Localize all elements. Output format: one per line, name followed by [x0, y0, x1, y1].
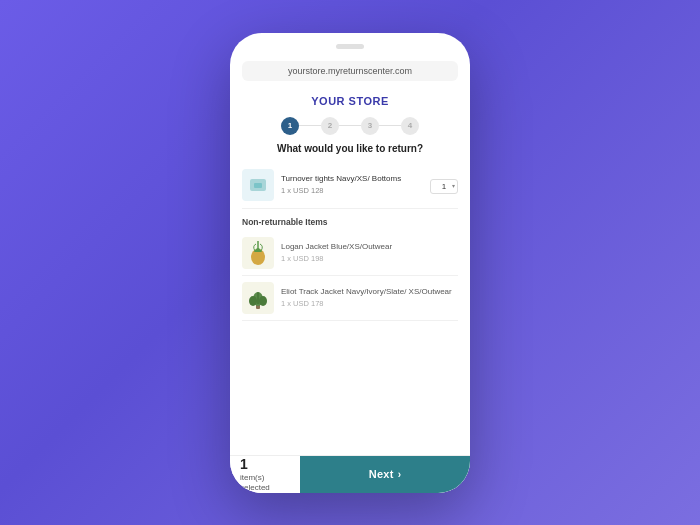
- progress-steps: 1 2 3 4: [230, 113, 470, 143]
- product-price-0: 1 x USD 128: [281, 186, 423, 195]
- step-2: 2: [321, 117, 339, 135]
- step-4: 4: [401, 117, 419, 135]
- step-3: 3: [361, 117, 379, 135]
- address-bar[interactable]: yourstore.myreturnscenter.com: [242, 61, 458, 81]
- nr-product-info-1: Eliot Track Jacket Navy/Ivory/Slate/ XS/…: [281, 287, 458, 307]
- step-4-label: 4: [408, 121, 412, 130]
- quantity-wrapper-0[interactable]: 1 2 3 ▾: [430, 175, 458, 194]
- items-content: Turnover tights Navy/XS/ Bottoms 1 x USD…: [230, 162, 470, 455]
- question-text: What would you like to return?: [277, 143, 423, 154]
- step-1-label: 1: [288, 121, 292, 130]
- phone-shell: yourstore.myreturnscenter.com YOUR STORE…: [230, 33, 470, 493]
- product-image-0: [242, 169, 274, 201]
- svg-point-5: [249, 296, 257, 306]
- nr-product-name-1: Eliot Track Jacket Navy/Ivory/Slate/ XS/…: [281, 287, 458, 297]
- svg-point-6: [259, 296, 267, 306]
- list-item: Turnover tights Navy/XS/ Bottoms 1 x USD…: [242, 162, 458, 209]
- nr-product-image-1: [242, 282, 274, 314]
- list-item: Logan Jacket Blue/XS/Outwear 1 x USD 198: [242, 231, 458, 276]
- return-question: What would you like to return?: [230, 143, 470, 162]
- step-line-3: [379, 125, 401, 126]
- product-icon-0: [246, 173, 270, 197]
- product-name-0: Turnover tights Navy/XS/ Bottoms: [281, 174, 423, 184]
- step-1: 1: [281, 117, 299, 135]
- url-text: yourstore.myreturnscenter.com: [288, 66, 412, 76]
- plant-icon: [247, 285, 269, 311]
- phone-speaker: [336, 44, 364, 49]
- store-header: YOUR STORE: [230, 87, 470, 113]
- product-info-0: Turnover tights Navy/XS/ Bottoms 1 x USD…: [281, 174, 423, 194]
- pineapple-icon: [247, 240, 269, 266]
- step-line-2: [339, 125, 361, 126]
- nr-product-image-0: [242, 237, 274, 269]
- step-2-label: 2: [328, 121, 332, 130]
- bottom-bar: 1 item(s)selected Next ›: [230, 455, 470, 493]
- selected-count: 1 item(s)selected: [230, 455, 300, 493]
- store-name: YOUR STORE: [311, 95, 389, 107]
- phone-top: [230, 33, 470, 61]
- nr-product-price-1: 1 x USD 178: [281, 299, 458, 308]
- list-item: Eliot Track Jacket Navy/Ivory/Slate/ XS/…: [242, 276, 458, 321]
- next-arrow-icon: ›: [398, 469, 402, 480]
- next-button[interactable]: Next ›: [300, 456, 470, 493]
- next-label: Next: [369, 468, 394, 480]
- nr-product-info-0: Logan Jacket Blue/XS/Outwear 1 x USD 198: [281, 242, 458, 262]
- non-returnable-label: Non-returnable Items: [242, 209, 458, 231]
- step-line-1: [299, 125, 321, 126]
- selected-number: 1: [240, 455, 290, 473]
- screen: YOUR STORE 1 2 3 4 What would you like t…: [230, 87, 470, 493]
- quantity-select-0[interactable]: 1 2 3: [430, 179, 458, 194]
- selected-label: item(s)selected: [240, 473, 270, 492]
- nr-product-name-0: Logan Jacket Blue/XS/Outwear: [281, 242, 458, 252]
- step-3-label: 3: [368, 121, 372, 130]
- nr-product-price-0: 1 x USD 198: [281, 254, 458, 263]
- svg-rect-1: [254, 183, 262, 188]
